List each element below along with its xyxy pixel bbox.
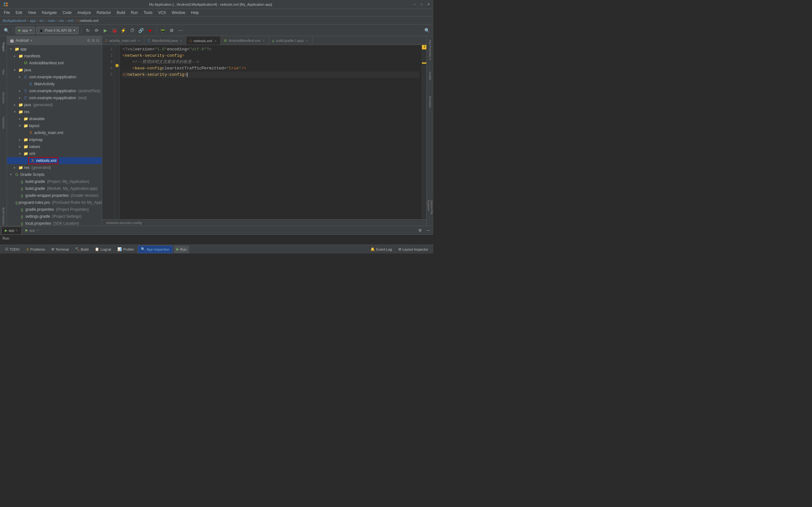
menu-analyze[interactable]: Analyze <box>75 10 94 15</box>
tree-item-java-generated[interactable]: ► 📁 java (generated) <box>7 101 102 108</box>
tree-item-activity-main-xml[interactable]: X activity_main.xml <box>7 129 102 136</box>
run-tab-app-1[interactable]: ▶ app ✕ <box>1 227 21 234</box>
menu-refactor[interactable]: Refactor <box>94 10 113 15</box>
panel-layout-btn[interactable]: ⊞ <box>92 38 95 43</box>
maximize-button[interactable]: □ <box>419 2 424 7</box>
code-area[interactable]: <?xml version="1.0" encoding="utf-8"?> <… <box>120 45 422 219</box>
menu-window[interactable]: Window <box>169 10 188 15</box>
right-tab-emulator[interactable]: Emulator <box>427 89 433 115</box>
app-menu-icon[interactable] <box>3 1 9 8</box>
coverage-btn[interactable]: ⚡ <box>119 26 127 34</box>
build-button[interactable]: 🔨 Build <box>72 245 91 253</box>
event-log-button[interactable]: 🔔 Event Log <box>368 245 395 253</box>
tree-item-manifests[interactable]: ► 📁 manifests <box>7 53 102 60</box>
tab-build-gradle[interactable]: g build.gradle (:app) ✕ <box>269 37 313 45</box>
tree-item-layout[interactable]: ▼ 📁 layout <box>7 122 102 129</box>
sidebar-tab-project[interactable]: Project <box>0 38 7 56</box>
run-tab-app-2[interactable]: ▶ app ✕ <box>22 227 42 234</box>
tree-item-settings-gradle[interactable]: g settings.gradle (Project Settings) <box>7 213 102 220</box>
editor-content[interactable]: 1 2 3 4 5 ! <?xml version="1.0" encoding… <box>102 45 426 219</box>
breadcrumb-item-res[interactable]: res <box>59 19 64 22</box>
tree-item-drawable[interactable]: ► 📁 drawable <box>7 115 102 122</box>
tree-item-androidmanifest[interactable]: M AndroidManifest.xml <box>7 60 102 66</box>
tree-item-gradle-scripts[interactable]: ▼ G Gradle Scripts <box>7 171 102 178</box>
todo-button[interactable]: ☑ TODO <box>3 245 22 253</box>
menu-code[interactable]: Code <box>60 10 74 15</box>
tree-item-app[interactable]: ▼ 📁 app <box>7 46 102 53</box>
tree-item-build-gradle-mod[interactable]: g build.gradle (Module: My_Application.a… <box>7 185 102 192</box>
menu-view[interactable]: View <box>26 10 39 15</box>
panel-cog-btn[interactable]: ⚙ <box>87 38 90 43</box>
tree-item-values[interactable]: ► 📁 values <box>7 143 102 150</box>
minimize-button[interactable]: ─ <box>412 2 417 7</box>
logcat-button[interactable]: 📋 Logcat <box>92 245 113 253</box>
tree-item-com-example-test[interactable]: ► C com.example.myapplication (test) <box>7 95 102 101</box>
breadcrumb-item-main[interactable]: main <box>48 19 55 22</box>
tree-item-com-example-androidtest[interactable]: ► C com.example.myapplication (androidTe… <box>7 88 102 95</box>
tree-item-gradle-wrapper[interactable]: g gradle-wrapper.properties (Gradle Vers… <box>7 192 102 199</box>
tab-androidmanifest[interactable]: M AndroidManifest.xml ✕ <box>221 37 269 45</box>
sidebar-tab-favorites[interactable]: Favorites <box>0 113 7 132</box>
profiler-button[interactable]: 📊 Profiler <box>115 245 137 253</box>
tree-item-com-example[interactable]: ► C com.example.myapplication <box>7 73 102 80</box>
sidebar-tab-build-variants[interactable]: Build Variants <box>0 207 7 226</box>
app-inspection-button[interactable]: 🔍 App Inspection <box>138 245 172 253</box>
breadcrumb-item-app[interactable]: app <box>30 19 36 22</box>
tab-close-activity-main[interactable]: ✕ <box>138 39 140 43</box>
breadcrumb-item-xml[interactable]: xml <box>67 19 73 22</box>
breadcrumb-item-src[interactable]: src <box>39 19 44 22</box>
stop-btn[interactable]: ■ <box>146 26 154 34</box>
menu-build[interactable]: Build <box>114 10 128 15</box>
run-tab-close-1[interactable]: ✕ <box>15 229 18 232</box>
sidebar-tab-structure[interactable]: Structure <box>0 88 7 107</box>
menu-help[interactable]: Help <box>189 10 201 15</box>
tree-item-java[interactable]: ▼ 📁 java <box>7 66 102 73</box>
run-btn[interactable]: ▶ <box>102 26 109 34</box>
tree-item-mainactivity[interactable]: C MainActivity <box>7 80 102 88</box>
tab-close-build-gradle[interactable]: ✕ <box>306 39 308 43</box>
sync-btn2[interactable]: ⟳ <box>93 26 101 34</box>
attach-btn[interactable]: 🔗 <box>137 26 145 34</box>
run-config-dropdown[interactable]: ▶ app ▼ <box>15 26 35 34</box>
more-btn[interactable]: ⋯ <box>177 26 185 34</box>
menu-navigate[interactable]: Navigate <box>39 10 59 15</box>
run-minimize-btn[interactable]: ─ <box>424 227 432 234</box>
menu-run[interactable]: Run <box>129 10 141 15</box>
tree-item-nettools-xml[interactable]: X nettools.xml <box>7 157 102 164</box>
android-dropdown-icon[interactable]: ▼ <box>30 39 33 42</box>
run-button[interactable]: ▶ Run <box>174 245 189 253</box>
run-settings-btn[interactable]: ⚙ <box>416 227 424 234</box>
sdk-btn[interactable]: ⚙ <box>168 26 176 34</box>
search-everywhere-btn[interactable]: 🔍 <box>3 26 10 34</box>
menu-tools[interactable]: Tools <box>141 10 155 15</box>
close-button[interactable]: ✕ <box>426 2 431 7</box>
tree-item-res-generated[interactable]: ► 📁 res (generated) <box>7 164 102 171</box>
tree-item-res[interactable]: ▼ 📁 res <box>7 108 102 115</box>
tree-item-xml[interactable]: ▼ 📁 xml <box>7 150 102 157</box>
menu-edit[interactable]: Edit <box>13 10 25 15</box>
sidebar-tab-resource-manager[interactable]: Res <box>0 63 7 82</box>
tree-item-proguard[interactable]: g proguard-rules.pro (ProGuard Rules for… <box>7 199 102 206</box>
menu-file[interactable]: File <box>1 10 12 15</box>
tab-activity-main[interactable]: □ activity_main.xml ✕ <box>102 37 144 45</box>
terminal-button[interactable]: ⊞ Terminal <box>49 245 71 253</box>
device-dropdown[interactable]: 📱 Pixel 4 XL API 30 ▼ <box>36 26 79 34</box>
debug-btn[interactable]: 🐞 <box>111 26 118 34</box>
layout-inspector-button[interactable]: ⊞ Layout Inspector <box>396 245 431 253</box>
sync-btn[interactable]: ↻ <box>84 26 92 34</box>
breadcrumb-item-myapplication4[interactable]: MyApplication4 <box>3 19 26 22</box>
right-tab-gradle[interactable]: Gradle <box>427 63 433 89</box>
tree-item-local-properties[interactable]: g local.properties (SDK Location) <box>7 220 102 226</box>
problems-button[interactable]: ⚠ Problems <box>23 245 48 253</box>
tree-item-gradle-properties[interactable]: g gradle.properties (Project Properties) <box>7 206 102 213</box>
right-tab-device-file-explorer[interactable]: Device File Explorer <box>427 200 433 226</box>
tab-nettools[interactable]: □ nettools.xml ✕ <box>186 37 220 45</box>
run-tab-close-2[interactable]: ✕ <box>37 228 39 232</box>
right-tab-key-promoter[interactable]: Key Promoter X <box>427 38 433 63</box>
search-btn[interactable]: 🔍 <box>423 26 431 34</box>
avd-btn[interactable]: 📟 <box>159 26 167 34</box>
profile-btn[interactable]: ⏱ <box>129 26 136 34</box>
tab-close-androidmanifest[interactable]: ✕ <box>262 39 265 43</box>
tab-close-nettools[interactable]: ✕ <box>214 39 217 43</box>
panel-collapse-btn[interactable]: ⊟ <box>96 38 99 43</box>
